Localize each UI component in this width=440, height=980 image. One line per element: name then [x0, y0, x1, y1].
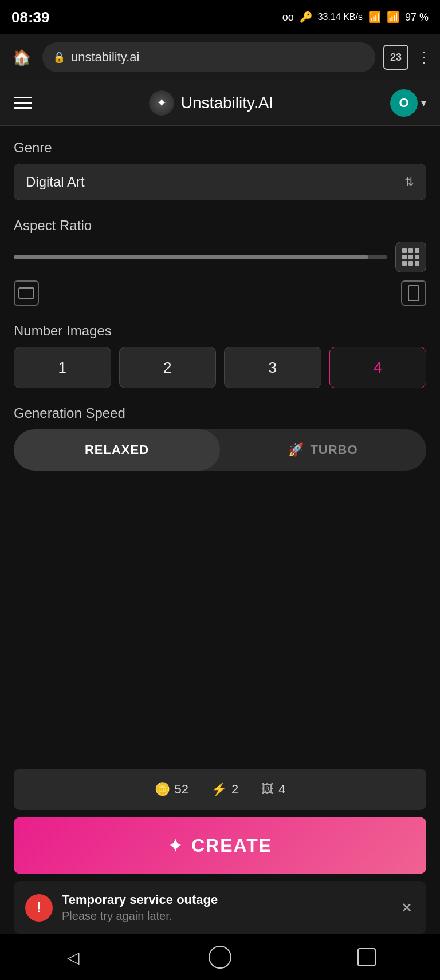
num-images-3-button[interactable]: 3: [224, 347, 321, 388]
chevron-down-icon: ▾: [421, 97, 426, 109]
genre-dropdown[interactable]: Digital Art ⇅: [14, 164, 426, 200]
grid-view-button[interactable]: [395, 242, 426, 272]
error-toast: ! Temporary service outage Please try ag…: [14, 881, 426, 934]
voicemail-icon: oo: [282, 11, 294, 23]
url-bar[interactable]: 🔒 unstability.ai: [42, 42, 375, 72]
aspect-ratio-slider-track[interactable]: [14, 255, 387, 259]
wifi-icon: 📶: [368, 11, 381, 23]
stats-bar: 🪙 52 ⚡ 2 🖼 4: [14, 769, 426, 810]
app-logo-area: ✦ Unstability.AI: [32, 90, 390, 116]
num-images-2-button[interactable]: 2: [119, 347, 217, 388]
back-button[interactable]: ◁: [56, 940, 91, 974]
num-images-4-button[interactable]: 4: [329, 347, 427, 388]
tab-count[interactable]: 23: [383, 45, 408, 70]
landscape-aspect-button[interactable]: [14, 280, 39, 306]
generation-speed-label: Generation Speed: [14, 405, 426, 421]
app-logo-icon: ✦: [149, 90, 174, 116]
number-images-section: Number Images 1 2 3 4: [14, 323, 426, 388]
credits-stat: 🪙 52: [155, 782, 188, 797]
relaxed-speed-button[interactable]: RELAXED: [14, 429, 220, 471]
landscape-icon: [18, 287, 34, 299]
error-subtitle: Please try again later.: [62, 910, 390, 923]
nav-bar: ◁: [0, 934, 440, 980]
status-bar: 08:39 oo 🔑 33.14 KB/s 📶 📶 97 %: [0, 0, 440, 34]
status-time: 08:39: [11, 9, 50, 26]
status-icons: oo 🔑 33.14 KB/s 📶 📶 97 %: [282, 11, 429, 23]
app-header: ✦ Unstability.AI O ▾: [0, 80, 440, 126]
recents-icon: [358, 948, 376, 966]
images-value: 4: [278, 782, 285, 797]
hamburger-menu-button[interactable]: [14, 97, 32, 109]
portrait-aspect-button[interactable]: [401, 280, 426, 306]
genre-label: Genre: [14, 140, 426, 156]
dropdown-chevron-icon: ⇅: [404, 175, 414, 189]
slider-row: [14, 242, 426, 272]
turbo-speed-button[interactable]: 🚀 TURBO: [220, 429, 426, 471]
images-stat: 🖼 4: [261, 782, 285, 797]
images-icon: 🖼: [261, 782, 274, 797]
spacer: [14, 488, 426, 769]
rocket-icon: 🚀: [288, 442, 304, 457]
aspect-ratio-label: Aspect Ratio: [14, 218, 426, 234]
url-text: unstability.ai: [71, 50, 139, 65]
bolt-value: 2: [231, 782, 238, 797]
back-icon: ◁: [67, 948, 80, 967]
aspect-icons-row: [14, 280, 426, 306]
home-button[interactable]: 🏠: [9, 45, 34, 70]
battery-level: 97 %: [405, 11, 429, 23]
main-content: Genre Digital Art ⇅ Aspect Ratio: [0, 126, 440, 934]
create-button[interactable]: ✦ CREATE: [14, 817, 426, 874]
number-images-label: Number Images: [14, 323, 426, 339]
error-text: Temporary service outage Please try agai…: [62, 892, 390, 923]
sparkle-icon: ✦: [168, 836, 183, 856]
error-title: Temporary service outage: [62, 892, 390, 907]
num-images-1-button[interactable]: 1: [14, 347, 111, 388]
lock-icon: 🔒: [53, 51, 65, 64]
home-circle-icon: [209, 946, 231, 969]
bolt-icon: ⚡: [211, 782, 227, 797]
recents-button[interactable]: [349, 940, 384, 974]
aspect-ratio-section: Aspect Ratio: [14, 218, 426, 306]
credits-value: 52: [175, 782, 188, 797]
browser-menu-button[interactable]: ⋮: [417, 49, 431, 66]
aspect-ratio-slider-fill: [14, 255, 368, 259]
avatar[interactable]: O: [390, 89, 418, 117]
portrait-icon: [408, 285, 419, 301]
avatar-area[interactable]: O ▾: [390, 89, 426, 117]
grid-icon: [402, 248, 419, 266]
generation-speed-section: Generation Speed RELAXED 🚀 TURBO: [14, 405, 426, 471]
network-speed: 33.14 KB/s: [318, 12, 363, 22]
signal-icon: 📶: [387, 11, 399, 23]
create-button-label: CREATE: [191, 835, 272, 856]
credits-icon: 🪙: [155, 782, 170, 797]
browser-bar: 🏠 🔒 unstability.ai 23 ⋮: [0, 34, 440, 80]
bottom-area: 🪙 52 ⚡ 2 🖼 4 ✦ CREATE ! Temporary servic…: [14, 769, 426, 934]
genre-value: Digital Art: [26, 174, 85, 190]
key-icon: 🔑: [300, 11, 312, 23]
app-title: Unstability.AI: [181, 94, 273, 112]
number-images-grid: 1 2 3 4: [14, 347, 426, 388]
bolt-stat: ⚡ 2: [211, 782, 238, 797]
error-icon: !: [25, 894, 53, 922]
home-nav-button[interactable]: [203, 940, 237, 974]
error-close-button[interactable]: ✕: [399, 898, 415, 918]
speed-toggle: RELAXED 🚀 TURBO: [14, 429, 426, 471]
